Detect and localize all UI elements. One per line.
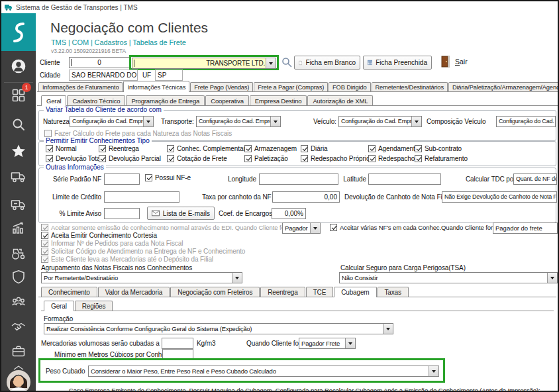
cb-devolucao-parcial[interactable]: Devolução Parcial [99,155,161,162]
brand-logo[interactable] [1,13,36,51]
support-avatar[interactable] [6,369,31,392]
serie-padrao-field[interactable] [104,173,140,185]
chevron-down-icon[interactable] [383,324,393,334]
quando-cliente-select[interactable]: Pagador Frete [299,338,356,349]
tab-cadastro-tecnico[interactable]: Cadastro Técnico [67,95,125,106]
favorites-star-icon[interactable] [11,143,26,159]
chevron-down-icon[interactable] [270,117,280,126]
cb-sub-contrato[interactable]: Sub-contrato [415,145,462,152]
tdc-select[interactable]: Quant. de NF do C [513,173,557,185]
cb-normal[interactable]: Normal [46,145,77,152]
sair-button[interactable]: Sair [441,56,468,68]
cb-agendamento[interactable]: Agendamento [368,145,419,152]
tab-geral[interactable]: Geral [41,95,66,106]
tab-remetentes-destinatarios[interactable]: Remetentes/Destinatários [372,82,448,92]
transporte-select[interactable]: Configuração do Cad. Empresas [196,116,281,127]
cubadas-field[interactable] [162,338,193,349]
checkbox-unchecked[interactable] [44,130,52,137]
chevron-down-icon[interactable] [232,273,242,283]
team-icon[interactable] [11,294,26,310]
tab-empresa-destino[interactable]: Empresa Destino [250,95,307,106]
limite-aviso-field[interactable] [104,208,140,219]
edi-quando-select[interactable]: Pagador [282,222,321,234]
cb-paletizacao[interactable]: Paletização [244,155,288,162]
minimo-label: Mínimo em Metros Cúbicos por Conhec. [54,351,160,358]
chevron-down-icon[interactable] [345,338,355,348]
cb-reentrega[interactable]: Reentrega [99,145,139,152]
longitude-field[interactable] [259,173,338,185]
varias-quando-field[interactable]: Pagador do frete [493,222,558,234]
search-icon[interactable] [11,117,26,132]
apps-grid-icon[interactable]: 1 [11,87,26,103]
cb-cotacao-de-frete[interactable]: Cotação de Frete [167,155,227,162]
cb-conhec-complementar[interactable]: Conhec. Complementar [167,145,246,152]
chevron-down-icon[interactable] [411,117,421,126]
cliente-code-field[interactable]: 0 [69,57,130,68]
taxa-canhoto-field[interactable]: 0,00 [272,191,340,203]
tab-cooperativa[interactable]: Cooperativa [205,95,249,106]
tab-taxas[interactable]: Taxas [378,287,409,297]
handshake-icon[interactable] [11,319,26,335]
chevron-down-icon[interactable] [547,273,557,283]
search-lookup-icon[interactable] [281,57,292,68]
formacao-select[interactable]: Realizar Consistência Conforme Configura… [44,323,393,334]
atendimento-checkbox[interactable]: Solicitar Código de Atendimento na Entre… [41,248,245,255]
latitude-field[interactable] [368,173,441,185]
cliente-name-combo[interactable]: TRANSPORTE LTD. [132,58,276,69]
chevron-down-icon[interactable] [429,366,438,376]
cortesia-checkbox[interactable]: Aceita Emitir Conhecimento Cortesia [41,232,157,239]
ficha-preenchida-button[interactable]: Ficha Preenchida [363,56,432,70]
tab-valor-da-mercadoria[interactable]: Valor da Mercadoria [98,287,170,297]
edi-checkbox[interactable]: Aceitar somente emissão de conhecimento … [41,224,287,231]
chevron-down-icon[interactable] [143,117,153,126]
coef-encargos-field[interactable]: 0,00% [272,208,306,219]
tab-autorizacao-de-xml[interactable]: Autorização de XML [307,95,373,106]
cb-redespacho[interactable]: Redespacho [368,155,415,162]
truck-inbound-icon[interactable] [11,196,26,212]
cb-devolucao-total[interactable]: Devolução Total [46,155,101,162]
tab-reentrega[interactable]: Reentrega [260,287,305,297]
tab-informacoes-de-faturamento[interactable]: Informações de Faturamento [38,82,123,92]
chevron-down-icon[interactable] [266,58,276,68]
lista-emails-button[interactable]: Lista de E-mails [147,207,215,220]
tab-informacoes-tecnicas[interactable]: Informações Técnicas [123,81,189,92]
cb-redespacho-proprio[interactable]: Redespacho Próprio [301,155,370,162]
cb-refaturamento[interactable]: Refaturamento [415,155,468,162]
briefcase-icon[interactable] [11,343,26,359]
cb-diaria[interactable]: Diária [301,145,328,152]
tab-tce[interactable]: TCE [306,287,334,297]
devolucao-canhoto-select[interactable]: Não Exige Devolução de Canhoto de Nota F… [442,191,557,203]
shield-icon[interactable] [11,269,26,285]
composicao-select[interactable]: Configuração do Cad. Emp [496,116,556,127]
possui-nfe-checkbox[interactable]: Possui NF-e [145,174,191,181]
tab-programacao-de-entrega[interactable]: Programação de Entrega [126,95,205,106]
limite-credito-field[interactable] [104,191,179,203]
tab-fob-dirigido[interactable]: FOB Dirigido [329,82,370,92]
natureza-select[interactable]: Configuração do Cad. Empresas [70,116,154,127]
agrupamento-select[interactable]: Por Remetente/Destinatário [41,272,242,283]
tab-conhecimento[interactable]: Conhecimento [41,287,97,297]
tab-negociacao-com-freteiros[interactable]: Negociação com Freteiros [170,287,260,297]
tab-cubagem[interactable]: Cubagem [334,287,376,297]
peso-cubado-select[interactable]: Considerar o Maior Peso, Entre Peso Real… [88,366,439,377]
tab-diaria-paletizacao-armazenagem-agendamento[interactable]: Diária/Paletização/Armazenagem/Agendamen… [448,82,559,92]
user-icon[interactable] [11,58,26,74]
tab-cubagem-regioes[interactable]: Regiões [75,301,113,311]
cb-armazenagem[interactable]: Armazenagem [244,145,297,152]
pedidos-checkbox[interactable]: Informar Nº de Pedidos para cada Nota Fi… [41,240,183,247]
varias-nfs-checkbox[interactable]: Aceitar várias NF's em cada Conhec.Quand… [330,224,493,231]
chevron-down-icon[interactable] [310,223,320,233]
ficha-em-branco-button[interactable]: Ficha em Branco [294,56,360,70]
deposito-checkbox[interactable]: Este Cliente leva as Mercadorias até o D… [41,256,213,263]
veiculo-select[interactable]: Configuração do Cad. Empresas [338,116,422,127]
group-outras-informacoes: Outras Informações Série Padrão NF Possu… [38,168,556,223]
tab-cubagem-geral[interactable]: Geral [44,301,74,311]
truck-outbound-icon[interactable] [11,168,26,184]
tab-frete-pago-vendas[interactable]: Frete Pago (Vendas) [190,82,253,92]
tab-frete-a-pagar-compras[interactable]: Frete a Pagar (Compras) [254,82,328,92]
tractor-icon[interactable] [11,245,26,261]
peso-cubado-highlight: Peso Cubado Considerar o Maior Peso, Ent… [38,358,445,383]
fazer-calculo-checkbox[interactable]: Fazer Cálculo do Frete para cada Naturez… [44,130,232,137]
sales-chart-icon[interactable] [11,220,26,236]
seguro-select[interactable]: Não Consistir [339,272,558,283]
